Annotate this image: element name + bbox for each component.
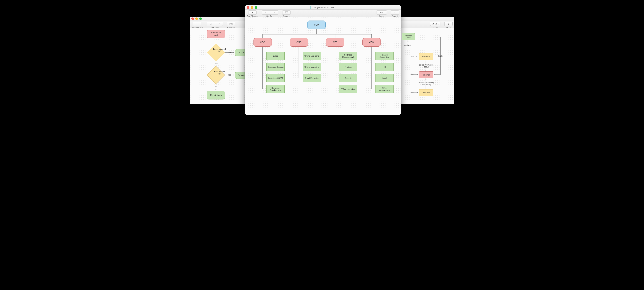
node-item[interactable]: Customer Support xyxy=(266,63,284,71)
rename-icon xyxy=(229,22,232,25)
arrow-icon xyxy=(218,22,220,25)
arrow-icon xyxy=(273,11,275,14)
node-item[interactable]: HR xyxy=(375,63,394,71)
node-pokemon[interactable]: Pokémon xyxy=(419,71,433,78)
node-decision-bulb[interactable]: Bulb burned out? xyxy=(210,69,222,81)
node-pokedex[interactable]: Pokédex xyxy=(419,53,433,60)
node-head[interactable]: CMO xyxy=(290,38,308,47)
titlebar[interactable]: Organizational Chart xyxy=(245,5,401,10)
set-type-arrow-button[interactable] xyxy=(270,10,278,15)
export-button[interactable] xyxy=(391,10,399,15)
export-button[interactable] xyxy=(444,22,452,26)
node-item[interactable]: Offline Marketing xyxy=(303,63,321,71)
node-item[interactable]: Business Development xyxy=(266,85,284,93)
node-repair[interactable]: Repair lamp xyxy=(207,91,225,100)
export-icon xyxy=(448,22,450,25)
node-head[interactable]: CFO xyxy=(362,38,381,47)
window-title: Organizational Chart xyxy=(245,6,401,9)
rename-icon xyxy=(285,11,288,14)
plus-icon xyxy=(252,11,253,14)
add-element-button[interactable] xyxy=(193,22,201,26)
stepper-icon: ▴▾ xyxy=(438,22,439,25)
doc-icon xyxy=(310,6,313,9)
plus-icon xyxy=(196,22,198,25)
zoom-value: 75 % xyxy=(378,11,383,14)
node-item[interactable]: Software Development xyxy=(339,52,357,60)
node-head[interactable]: CTO xyxy=(326,38,344,47)
maximize-icon[interactable] xyxy=(255,6,257,9)
edge-yes2: Yes xyxy=(228,74,231,76)
close-icon[interactable] xyxy=(247,6,249,9)
node-ceo[interactable]: CEO xyxy=(307,20,326,29)
square-icon xyxy=(210,22,212,25)
node-start[interactable]: Lamp doesn't work xyxy=(207,30,225,38)
canvas-orgchart[interactable]: CEO COOSalesCustomer SupportLogistics & … xyxy=(245,17,401,115)
rename-button[interactable] xyxy=(227,22,235,26)
node-item[interactable]: Logistics & SCM xyxy=(266,74,284,82)
add-element-button[interactable] xyxy=(248,10,256,15)
set-type-arrow-button[interactable] xyxy=(215,22,223,26)
minimize-icon[interactable] xyxy=(195,17,198,20)
window-orgchart: Organizational Chart Add Element Set Typ… xyxy=(245,5,401,115)
node-item[interactable]: Legal xyxy=(375,74,394,82)
node-item[interactable]: Finance/ Accounting xyxy=(375,52,394,60)
node-pokeball[interactable]: Poké Ball xyxy=(419,89,433,96)
node-decision-plugged[interactable]: Lamp plugged in? xyxy=(210,46,222,59)
zoom-select[interactable]: 75 % ▴▾ xyxy=(376,10,387,15)
node-item[interactable]: Security xyxy=(339,74,357,82)
node-item[interactable]: Product xyxy=(339,63,357,71)
export-icon xyxy=(394,11,396,14)
square-icon xyxy=(266,11,267,14)
node-item[interactable]: Sales xyxy=(266,52,284,60)
set-type-rect-button[interactable] xyxy=(206,22,215,26)
node-item[interactable]: Office Management xyxy=(375,85,394,93)
close-icon[interactable] xyxy=(192,17,194,20)
minimize-icon[interactable] xyxy=(251,6,253,9)
rename-button[interactable] xyxy=(282,10,290,15)
edge-no2: No xyxy=(215,85,217,87)
stepper-icon: ▴▾ xyxy=(385,11,386,14)
set-type-rect-button[interactable] xyxy=(262,10,270,15)
node-item[interactable]: IT Administration xyxy=(339,85,357,93)
zoom-value: 75 % xyxy=(432,22,437,25)
edge-yes: Yes xyxy=(214,62,218,65)
node-pokecenter[interactable]: Pokémon Center xyxy=(402,33,415,40)
maximize-icon[interactable] xyxy=(199,17,202,20)
zoom-select[interactable]: 75 % ▴▾ xyxy=(430,22,440,26)
node-item[interactable]: Brand Marketing xyxy=(303,74,321,82)
edge-no: No xyxy=(228,51,230,53)
node-head[interactable]: COO xyxy=(254,38,272,47)
node-item[interactable]: Online Marketing xyxy=(303,52,321,60)
